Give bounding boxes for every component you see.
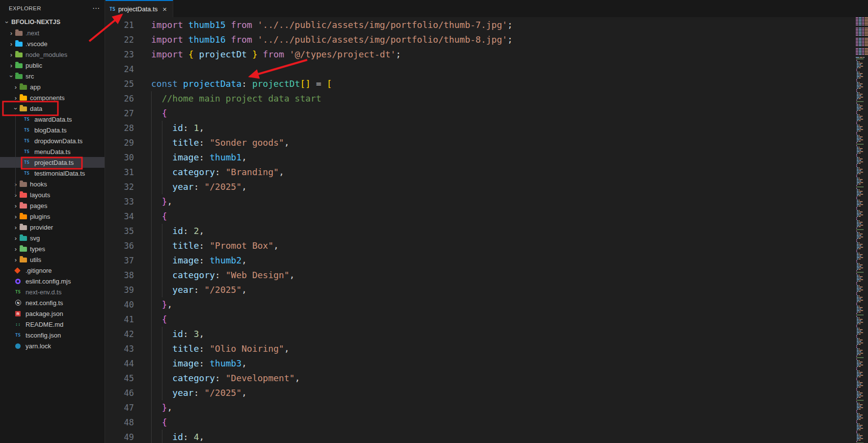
tree-item-components[interactable]: ›components bbox=[0, 92, 105, 103]
line-number[interactable]: 45 bbox=[105, 371, 134, 386]
code-line[interactable]: 21import thumb15 from '../../public/asse… bbox=[105, 18, 868, 32]
code-line[interactable]: 22import thumb16 from '../../public/asse… bbox=[105, 32, 868, 47]
line-number[interactable]: 44 bbox=[105, 356, 134, 371]
tree-item-provider[interactable]: ›provider bbox=[0, 222, 105, 233]
tree-item-next-config-ts[interactable]: Nnext.config.ts bbox=[0, 297, 105, 308]
line-number[interactable]: 28 bbox=[105, 121, 134, 135]
tab-projectdata[interactable]: TS projectData.ts × bbox=[105, 0, 173, 17]
code-line[interactable]: 41 { bbox=[105, 312, 868, 327]
line-number[interactable]: 34 bbox=[105, 209, 134, 224]
line-number[interactable]: 48 bbox=[105, 415, 134, 430]
tree-item-label: src bbox=[26, 73, 34, 80]
code-line[interactable]: 43 title: "Olio Noiring", bbox=[105, 341, 868, 356]
code-line[interactable]: 42 id: 3, bbox=[105, 327, 868, 341]
tree-item--next[interactable]: ›.next bbox=[0, 27, 105, 38]
tree-item-bfolio-nextjs[interactable]: ›BFOLIO-NEXTJS bbox=[0, 17, 105, 27]
code-line[interactable]: 35 id: 2, bbox=[105, 224, 868, 238]
tree-item--vscode[interactable]: ›.vscode bbox=[0, 38, 105, 49]
code-editor[interactable]: 21import thumb15 from '../../public/asse… bbox=[105, 17, 868, 443]
code-line[interactable]: 23import { projectDt } from '@/types/pro… bbox=[105, 47, 868, 62]
code-line[interactable]: 30 image: thumb1, bbox=[105, 150, 868, 165]
code-text: //home main project data start bbox=[151, 91, 321, 106]
code-line[interactable]: 47 }, bbox=[105, 400, 868, 415]
line-number[interactable]: 23 bbox=[105, 47, 134, 62]
code-text: import thumb15 from '../../public/assets… bbox=[151, 18, 513, 32]
tree-item-next-env-d-ts[interactable]: TSnext-env.d.ts bbox=[0, 287, 105, 297]
tree-item-node-modules[interactable]: ›node_modules bbox=[0, 49, 105, 60]
line-number[interactable]: 22 bbox=[105, 32, 134, 47]
code-line[interactable]: 33 }, bbox=[105, 194, 868, 209]
code-line[interactable]: 27 { bbox=[105, 106, 868, 121]
minimap-row bbox=[855, 263, 868, 264]
line-number[interactable]: 26 bbox=[105, 91, 134, 106]
code-area: 21import thumb15 from '../../public/asse… bbox=[105, 17, 868, 443]
code-line[interactable]: 46 year: "/2025", bbox=[105, 386, 868, 400]
line-number[interactable]: 38 bbox=[105, 268, 134, 283]
code-line[interactable]: 29 title: "Sonder goods", bbox=[105, 135, 868, 150]
line-number[interactable]: 49 bbox=[105, 430, 134, 443]
code-line[interactable]: 48 { bbox=[105, 415, 868, 430]
line-number[interactable]: 37 bbox=[105, 253, 134, 268]
tree-item-data[interactable]: ›data bbox=[0, 103, 105, 114]
line-number[interactable]: 41 bbox=[105, 312, 134, 327]
line-number[interactable]: 27 bbox=[105, 106, 134, 121]
minimap-row bbox=[855, 437, 868, 438]
code-line[interactable]: 39 year: "/2025", bbox=[105, 283, 868, 297]
minimap-row bbox=[855, 92, 868, 93]
close-icon[interactable]: × bbox=[162, 5, 167, 13]
tree-item-yarn-lock[interactable]: yarn.lock bbox=[0, 340, 105, 351]
line-number[interactable]: 47 bbox=[105, 400, 134, 415]
tree-item--gitignore[interactable]: .gitignore bbox=[0, 265, 105, 276]
tree-item-readme-md[interactable]: ::README.md bbox=[0, 319, 105, 330]
line-number[interactable]: 46 bbox=[105, 386, 134, 400]
tree-item-plugins[interactable]: ›plugins bbox=[0, 211, 105, 222]
code-line[interactable]: 32 year: "/2025", bbox=[105, 180, 868, 194]
line-number[interactable]: 39 bbox=[105, 283, 134, 297]
line-number[interactable]: 40 bbox=[105, 297, 134, 312]
tree-item-pages[interactable]: ›pages bbox=[0, 200, 105, 211]
indent-guide bbox=[151, 386, 152, 400]
code-line[interactable]: 26 //home main project data start bbox=[105, 91, 868, 106]
code-line[interactable]: 38 category: "Web Design", bbox=[105, 268, 868, 283]
tree-item-utils[interactable]: ›utils bbox=[0, 254, 105, 265]
tree-item-app[interactable]: ›app bbox=[0, 81, 105, 92]
code-line[interactable]: 24 bbox=[105, 62, 868, 77]
code-line[interactable]: 45 category: "Development", bbox=[105, 371, 868, 386]
code-line[interactable]: 49 id: 4, bbox=[105, 430, 868, 443]
minimap-row bbox=[855, 345, 868, 346]
tree-item-package-json[interactable]: npackage.json bbox=[0, 308, 105, 319]
line-number[interactable]: 33 bbox=[105, 194, 134, 209]
code-line[interactable]: 28 id: 1, bbox=[105, 121, 868, 135]
line-number[interactable]: 21 bbox=[105, 18, 134, 32]
line-number[interactable]: 35 bbox=[105, 224, 134, 238]
tree-item-public[interactable]: ›public bbox=[0, 60, 105, 71]
code-line[interactable]: 25const projectData: projectDt[] = [ bbox=[105, 77, 868, 91]
code-line[interactable]: 44 image: thumb3, bbox=[105, 356, 868, 371]
ellipsis-icon[interactable]: ⋯ bbox=[92, 6, 100, 11]
line-number[interactable]: 32 bbox=[105, 180, 134, 194]
tree-item-eslint-config-mjs[interactable]: eslint.config.mjs bbox=[0, 276, 105, 287]
code-line[interactable]: 37 image: thumb2, bbox=[105, 253, 868, 268]
code-line[interactable]: 40 }, bbox=[105, 297, 868, 312]
minimap[interactable] bbox=[855, 17, 868, 443]
code-line[interactable]: 34 { bbox=[105, 209, 868, 224]
minimap-row bbox=[855, 429, 868, 430]
line-number[interactable]: 43 bbox=[105, 341, 134, 356]
line-number[interactable]: 31 bbox=[105, 165, 134, 180]
folder-utils bbox=[20, 257, 29, 262]
line-number[interactable]: 30 bbox=[105, 150, 134, 165]
line-number[interactable]: 29 bbox=[105, 135, 134, 150]
minimap-row bbox=[855, 216, 868, 217]
line-number[interactable]: 25 bbox=[105, 77, 134, 91]
tree-item-tsconfig-json[interactable]: TStsconfig.json bbox=[0, 330, 105, 340]
line-number[interactable]: 36 bbox=[105, 238, 134, 253]
tree-item-src[interactable]: ›src bbox=[0, 71, 105, 81]
code-line[interactable]: 36 title: "Promot Box", bbox=[105, 238, 868, 253]
indent-guide bbox=[162, 180, 162, 194]
line-number[interactable]: 24 bbox=[105, 62, 134, 77]
line-number[interactable]: 42 bbox=[105, 327, 134, 341]
tree-item-svg[interactable]: ›svg bbox=[0, 233, 105, 243]
minimap-row bbox=[855, 288, 868, 289]
tree-item-types[interactable]: ›types bbox=[0, 243, 105, 254]
code-line[interactable]: 31 category: "Branding", bbox=[105, 165, 868, 180]
